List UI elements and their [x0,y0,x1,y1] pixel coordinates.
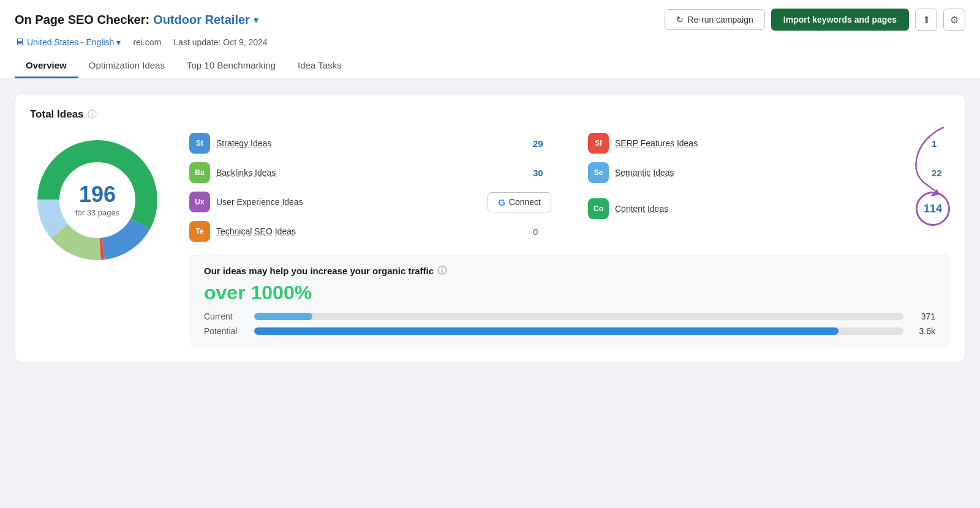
serp-ideas-link[interactable]: SERP Features Ideas [615,138,925,148]
list-item: Se Semantic Ideas 22 [588,162,950,183]
header-row: On Page SEO Checker: Outdoor Retailer ▾ … [15,9,965,31]
backlinks-count: 30 [533,168,551,178]
locale-chevron-icon: ▾ [116,37,121,47]
donut-center: 196 for 33 pages [75,184,119,217]
title-area: On Page SEO Checker: Outdoor Retailer ▾ [15,13,258,27]
google-connect-button[interactable]: G Connect [488,192,551,212]
traffic-title: Our ideas may help you increase your org… [204,265,935,277]
import-keywords-button[interactable]: Import keywords and pages [771,9,909,31]
ux-ideas-link[interactable]: User Experience Ideas [216,197,481,207]
connect-label: Connect [509,197,541,207]
technical-badge: Te [189,221,210,242]
serp-badge: Sf [588,133,609,154]
ideas-left-col: St Strategy Ideas 29 Ba Backlinks Ideas … [189,133,551,242]
card-body: 196 for 33 pages St Strategy Ideas [30,133,950,347]
top-bar: On Page SEO Checker: Outdoor Retailer ▾ … [0,0,980,78]
domain-text: rei.com [133,37,161,47]
current-bar-row: Current 371 [204,312,935,321]
traffic-box: Our ideas may help you increase your org… [189,254,950,347]
list-item: Ba Backlinks Ideas 30 [189,162,551,183]
list-item: Ux User Experience Ideas G Connect [189,192,551,212]
potential-bar-row: Potential 3.6k [204,326,935,336]
tab-optimization[interactable]: Optimization Ideas [78,54,176,78]
page-title-prefix: On Page SEO Checker: [15,13,149,27]
traffic-bars: Current 371 Potential 3.6k [204,312,935,336]
tab-benchmarking[interactable]: Top 10 Benchmarking [176,54,287,78]
current-label: Current [204,312,247,321]
serp-count: 1 [932,138,950,149]
campaign-name-link[interactable]: Outdoor Retailer [153,13,250,27]
tabs-row: Overview Optimization Ideas Top 10 Bench… [15,54,965,78]
current-bar-track [254,313,903,320]
current-bar-fill [254,313,312,320]
technical-ideas-link[interactable]: Technical SEO Ideas [216,226,527,236]
rerun-label: Re-run campaign [687,15,753,24]
current-value: 371 [911,312,935,321]
annotation-container: 114 [916,192,950,226]
potential-bar-fill [254,327,839,335]
semantic-badge: Se [588,162,609,183]
content-ideas-link[interactable]: Content Ideas [615,204,910,214]
list-item: Co Content Ideas 114 [588,192,950,226]
settings-button[interactable]: ⚙ [943,9,965,31]
total-count: 196 [75,184,119,206]
main-content: Total Ideas ⓘ [0,78,980,377]
strategy-badge: St [189,133,210,154]
list-item: St Strategy Ideas 29 [189,133,551,154]
google-logo-icon: G [498,197,505,207]
technical-count: 0 [533,226,551,237]
semantic-count: 22 [932,168,950,178]
card-title: Total Ideas [30,108,84,121]
potential-value: 3.6k [911,326,935,336]
ideas-grid: St Strategy Ideas 29 Ba Backlinks Ideas … [189,133,950,242]
sub-header: 🖥 United States - English ▾ rei.com Last… [15,37,965,48]
potential-bar-track [254,327,903,335]
rerun-campaign-button[interactable]: ↻ Re-run campaign [665,9,764,30]
card-title-row: Total Ideas ⓘ [30,108,950,121]
tab-tasks[interactable]: Idea Tasks [287,54,352,78]
potential-label: Potential [204,326,247,336]
header-actions: ↻ Re-run campaign Import keywords and pa… [665,9,965,31]
backlinks-badge: Ba [189,162,210,183]
traffic-percent: over 1000% [204,282,935,304]
list-item: Te Technical SEO Ideas 0 [189,221,551,242]
last-update-text: Last update: Oct 9, 2024 [173,37,267,47]
strategy-count: 29 [533,138,551,149]
ux-badge: Ux [189,192,210,212]
list-item: Sf SERP Features Ideas 1 [588,133,950,154]
content-count-highlighted: 114 [916,192,950,226]
campaign-chevron-icon[interactable]: ▾ [254,14,258,26]
info-icon: ⓘ [88,109,97,121]
locale-label: United States - English [27,37,114,47]
export-button[interactable]: ⬆ [915,9,937,31]
total-subtitle: for 33 pages [75,208,119,217]
content-badge: Co [588,198,609,219]
ideas-right-col: Sf SERP Features Ideas 1 Se Semantic Ide… [588,133,950,242]
gear-icon: ⚙ [950,14,959,26]
rerun-icon: ↻ [676,15,684,24]
ideas-section: St Strategy Ideas 29 Ba Backlinks Ideas … [189,133,950,347]
export-icon: ⬆ [922,14,930,26]
tab-overview[interactable]: Overview [15,54,78,78]
monitor-icon: 🖥 [15,37,24,48]
semantic-ideas-link[interactable]: Semantic Ideas [615,168,925,177]
backlinks-ideas-link[interactable]: Backlinks Ideas [216,168,527,177]
traffic-info-icon: ⓘ [437,265,447,277]
locale-selector[interactable]: 🖥 United States - English ▾ [15,37,121,48]
strategy-ideas-link[interactable]: Strategy Ideas [216,138,527,148]
donut-chart: 196 for 33 pages [30,133,165,267]
total-ideas-card: Total Ideas ⓘ [15,93,965,362]
